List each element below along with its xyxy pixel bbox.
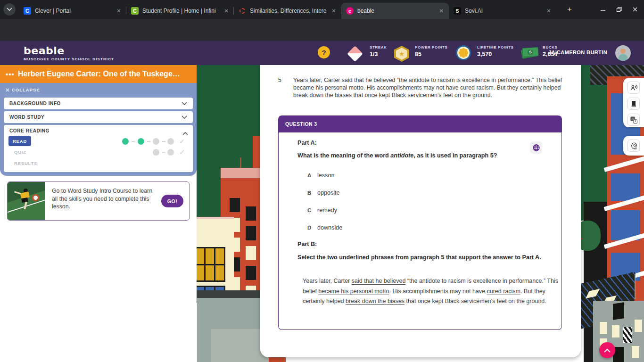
passage-text: Years later, Carter xyxy=(303,278,352,284)
tab-similarities[interactable]: Similarities, Differences, Intere ✕ xyxy=(234,3,341,19)
power-points-stat: POWER POINTS 85 xyxy=(415,45,447,58)
accordion-core-reading[interactable]: CORE READING READ ✓ QUIZ xyxy=(4,125,193,172)
window-restore-button[interactable] xyxy=(611,0,627,19)
dictionary-button[interactable] xyxy=(627,98,640,110)
word-study-promo-card: Go to Word Study Intro Course to learn a… xyxy=(7,181,190,221)
choice-letter: A xyxy=(307,173,317,178)
soccer-ball-icon xyxy=(32,194,39,201)
tab-close-icon[interactable]: ✕ xyxy=(330,7,338,15)
tab-student-profile[interactable]: C Student Profile | Home | Infini ✕ xyxy=(126,3,234,19)
bucks-label: BUCKS xyxy=(543,45,557,49)
promo-thumbnail xyxy=(8,182,45,220)
accordion-label: BACKGROUND INFO xyxy=(9,101,182,106)
minimize-icon xyxy=(600,7,606,12)
go-button[interactable]: GO! xyxy=(161,195,183,207)
streak-value: 1/3 xyxy=(370,51,387,58)
tab-beable-active[interactable]: e beable ✕ xyxy=(341,3,449,19)
tab-close-icon[interactable]: ✕ xyxy=(115,7,123,15)
accordion-background-info[interactable]: BACKGROUND INFO xyxy=(4,98,193,109)
lesson-nav-panel: COLLAPSE BACKGROUND INFO WORD STUDY CORE… xyxy=(0,83,197,176)
choice-c[interactable]: C remedy xyxy=(307,207,337,214)
streak-label: STREAK xyxy=(370,45,387,49)
book-icon xyxy=(630,100,637,107)
read-progress-dot-3 xyxy=(153,138,159,145)
part-b-label: Part B: xyxy=(297,241,317,247)
tabs: C Clever | Portal ✕ C Student Profile | … xyxy=(19,0,556,19)
read-progress-dot-1 xyxy=(122,138,129,145)
avatar[interactable] xyxy=(615,45,631,61)
choice-text: downside xyxy=(317,224,342,231)
menu-dots-icon[interactable]: ••• xyxy=(6,70,14,78)
beable-logo[interactable]: beable xyxy=(24,45,65,57)
choice-letter: C xyxy=(307,207,317,213)
tab-clever-portal[interactable]: C Clever | Portal ✕ xyxy=(19,3,126,19)
chevron-down-icon xyxy=(182,115,187,119)
lesson-title-bar: ••• Herbert Eugene Carter: One of the Tu… xyxy=(0,65,197,83)
tab-close-icon[interactable]: ✕ xyxy=(223,7,230,15)
browser-window: C Clever | Portal ✕ C Student Profile | … xyxy=(0,0,644,362)
choice-letter: B xyxy=(307,190,317,196)
underlined-phrase[interactable]: break down the biases xyxy=(346,298,405,304)
part-a-prompt: What is the meaning of the word antidote… xyxy=(297,152,497,159)
choice-a[interactable]: A lesson xyxy=(307,172,334,179)
core-reading-label: CORE READING xyxy=(9,128,50,133)
part-b-prompt: Select the two underlined phrases from p… xyxy=(297,254,541,261)
translate-globe-button[interactable] xyxy=(530,141,542,154)
choice-b[interactable]: B opposite xyxy=(307,189,340,196)
scroll-to-top-button[interactable] xyxy=(599,342,615,358)
lifetime-points-icon xyxy=(456,45,471,60)
tab-close-icon[interactable]: ✕ xyxy=(545,7,553,15)
chevron-up-icon[interactable] xyxy=(182,129,188,137)
underlined-phrase[interactable]: became his personal motto xyxy=(318,288,389,295)
results-label: RESULTS xyxy=(14,161,37,166)
promo-text: Go to Word Study Intro Course to learn a… xyxy=(45,182,161,220)
restore-icon xyxy=(616,7,622,12)
window-close-button[interactable] xyxy=(627,0,643,19)
tab-title: Sovi.AI xyxy=(465,8,542,14)
collapse-label: COLLAPSE xyxy=(12,87,40,92)
clever-favicon-icon: C xyxy=(24,7,31,15)
lifetime-points-stat: LIFETIME POINTS 3,570 xyxy=(477,45,513,58)
quiz-label: QUIZ xyxy=(14,149,26,155)
power-points-label: POWER POINTS xyxy=(415,45,447,49)
lesson-sidebar: ••• Herbert Eugene Carter: One of the Tu… xyxy=(0,65,197,362)
accordion-label: WORD STUDY xyxy=(9,115,182,120)
tab-sovi-ai[interactable]: S Sovi.AI ✕ xyxy=(449,3,556,19)
beable-favicon-icon: e xyxy=(346,7,354,15)
collapse-x-icon xyxy=(6,88,9,92)
window-minimize-button[interactable] xyxy=(595,0,611,19)
power-points-icon: ★ xyxy=(394,46,409,62)
help-button[interactable]: ? xyxy=(318,46,330,58)
question-body: Part A: What is the meaning of the word … xyxy=(278,132,562,330)
choice-text: opposite xyxy=(317,189,340,196)
read-button[interactable]: READ xyxy=(8,136,31,146)
chevron-down-icon xyxy=(182,102,187,106)
reading-tools-group: G xyxy=(623,78,644,127)
tab-search-button[interactable] xyxy=(3,3,16,16)
lesson-title: Herbert Eugene Carter: One of the Tuskeg… xyxy=(18,70,197,78)
quiz-progress-dot-1 xyxy=(153,149,159,156)
question-header: QUESTION 3 xyxy=(278,115,562,132)
coach-tool-group xyxy=(623,136,644,156)
read-aloud-button[interactable] xyxy=(627,82,640,94)
choice-d[interactable]: D downside xyxy=(307,224,342,231)
district-name: MUSCOGEE COUNTY SCHOOL DISTRICT xyxy=(24,57,114,61)
underlined-phrase[interactable]: said that he believed xyxy=(352,278,406,284)
read-check-icon: ✓ xyxy=(179,137,185,146)
accordion-word-study[interactable]: WORD STUDY xyxy=(4,111,193,123)
close-icon xyxy=(632,7,638,12)
underlined-phrase[interactable]: cured racism xyxy=(487,288,520,295)
prompt-prefix: What is the meaning of the word xyxy=(297,152,390,159)
tab-close-icon[interactable]: ✕ xyxy=(438,7,445,15)
translate-button[interactable]: G xyxy=(627,114,640,126)
skills-coach-button[interactable] xyxy=(627,140,640,152)
quiz-progress-dot-2 xyxy=(167,149,174,156)
collapse-button[interactable]: COLLAPSE xyxy=(6,87,40,92)
new-tab-button[interactable]: + xyxy=(564,4,575,16)
lesson-stage: 5 Years later, Carter said that he belie… xyxy=(0,65,644,362)
lifetime-points-label: LIFETIME POINTS xyxy=(477,45,513,49)
tab-strip: C Clever | Portal ✕ C Student Profile | … xyxy=(0,0,644,19)
tab-title: Clever | Portal xyxy=(35,8,112,14)
lifetime-points-value: 3,570 xyxy=(477,51,513,58)
beable-header: beable MUSCOGEE COUNTY SCHOOL DISTRICT ?… xyxy=(0,41,644,65)
